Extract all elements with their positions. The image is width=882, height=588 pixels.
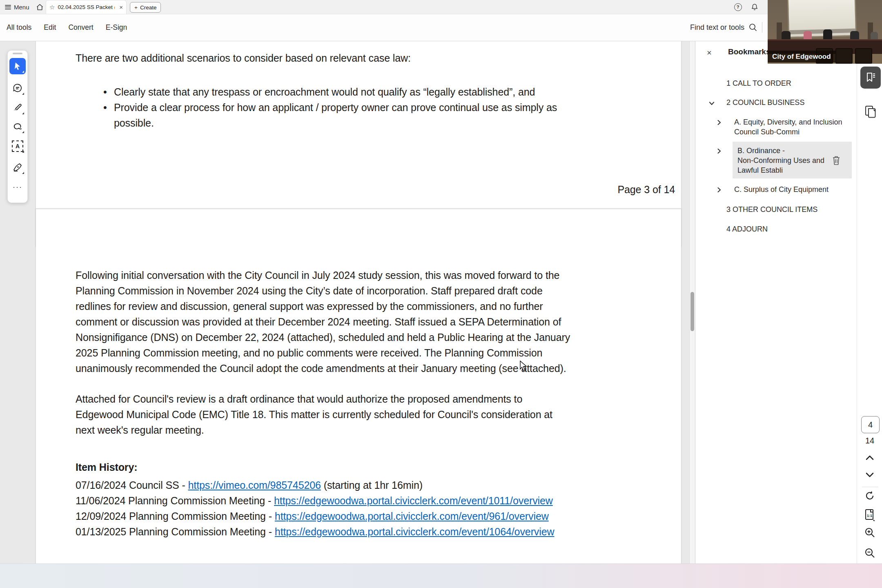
bullet-item: • Clearly state that any trespass or enc… xyxy=(103,84,557,100)
secondary-toolbar: All tools Edit Convert E-Sign Find text … xyxy=(0,14,882,41)
favorite-star-icon[interactable]: ☆ xyxy=(49,4,55,11)
chevron-right-icon[interactable] xyxy=(716,148,722,154)
civicclerk-link-961[interactable]: https://edgewoodwa.portal.civicclerk.com… xyxy=(275,510,549,522)
hamburger-icon xyxy=(5,5,11,9)
projection-screen xyxy=(788,0,855,37)
video-caption: City of Edgewood xyxy=(768,51,835,62)
trash-icon[interactable] xyxy=(831,155,842,166)
item-history-list: 07/16/2024 Council SS - https://vimeo.co… xyxy=(76,477,554,539)
help-icon: ? xyxy=(734,3,742,11)
paragraph-history-summary: Following initial conversation with the … xyxy=(76,267,570,376)
comment-tool-button[interactable] xyxy=(9,80,26,96)
bell-icon xyxy=(751,3,758,11)
right-rail: 14 1:1 xyxy=(857,41,882,564)
help-button[interactable]: ? xyxy=(732,0,744,14)
toolbar-divider xyxy=(762,22,762,33)
bullet-item-continued: possible. xyxy=(103,115,557,131)
home-icon xyxy=(36,3,44,11)
bullet-item: • Provide a clear process for how an app… xyxy=(103,100,557,115)
bookmark-icon xyxy=(864,71,877,84)
create-button[interactable]: + Create xyxy=(130,2,161,13)
paragraph-attached: Attached for Council's review is a draft… xyxy=(76,391,552,438)
page-thumbnails-button[interactable] xyxy=(860,103,881,121)
draw-tool-button[interactable] xyxy=(9,118,26,135)
rotate-page-button[interactable] xyxy=(857,490,882,501)
menu-all-tools[interactable]: All tools xyxy=(7,23,31,32)
highlighter-icon xyxy=(12,102,23,113)
menu-esign[interactable]: E-Sign xyxy=(106,23,127,32)
bookmarks-rail-button[interactable] xyxy=(860,67,881,89)
civicclerk-link-1011[interactable]: https://edgewoodwa.portal.civicclerk.com… xyxy=(274,495,553,506)
person-silhouette xyxy=(823,29,832,40)
search-icon xyxy=(748,23,757,32)
panel-drag-handle[interactable] xyxy=(13,53,22,54)
actual-size-icon: 1:1 xyxy=(864,508,876,521)
fill-sign-pen-icon xyxy=(12,162,23,173)
tab-close-icon[interactable]: × xyxy=(119,4,123,11)
chair xyxy=(855,48,872,64)
zoom-in-button[interactable] xyxy=(857,527,882,538)
vimeo-link[interactable]: https://vimeo.com/985745206 xyxy=(188,479,321,491)
scrollbar-thumb[interactable] xyxy=(690,292,694,331)
notifications-button[interactable] xyxy=(749,0,760,14)
document-workspace: There are two additional scenarios to co… xyxy=(0,41,882,564)
lasso-icon xyxy=(12,122,23,131)
create-label: Create xyxy=(140,4,157,11)
total-pages-label: 14 xyxy=(857,436,882,445)
zoom-in-icon xyxy=(864,527,875,538)
menu-convert[interactable]: Convert xyxy=(68,23,93,32)
history-row: 07/16/2024 Council SS - https://vimeo.co… xyxy=(76,477,554,493)
fill-sign-tool-button[interactable] xyxy=(9,159,26,176)
bookmark-item-adjourn[interactable]: 4 ADJOURN xyxy=(726,224,768,234)
bookmark-item-call-to-order[interactable]: 1 CALL TO ORDER xyxy=(726,78,791,88)
bookmarks-close-icon[interactable]: × xyxy=(707,48,712,58)
chevron-down-icon[interactable] xyxy=(708,100,715,107)
bookmark-item-surplus[interactable]: C. Surplus of City Equipment xyxy=(734,185,829,194)
person-silhouette xyxy=(871,32,878,40)
cursor-arrow-icon xyxy=(13,62,22,71)
previous-page-button[interactable] xyxy=(857,454,882,461)
find-text-button[interactable]: Find text or tools xyxy=(690,14,757,41)
meeting-video-overlay[interactable]: City of Edgewood xyxy=(768,0,882,64)
history-row: 12/09/2024 Planning Commission Meeting -… xyxy=(76,508,554,524)
current-page-input[interactable] xyxy=(861,416,880,433)
more-tools-button[interactable]: ··· xyxy=(9,179,26,195)
bookmark-item-council-business[interactable]: 2 COUNCIL BUSINESS xyxy=(726,98,804,107)
person-silhouette xyxy=(782,31,791,40)
tab-title: 02.04.2025 SS Packet (2... xyxy=(58,4,115,10)
history-row: 11/06/2024 Planning Commission Meeting -… xyxy=(76,493,554,508)
text-select-icon: A xyxy=(12,140,23,152)
menu-edit[interactable]: Edit xyxy=(44,23,56,32)
zoom-out-icon xyxy=(864,547,875,559)
fit-actual-size-button[interactable]: 1:1 xyxy=(857,508,882,521)
select-tool-button[interactable] xyxy=(9,58,26,74)
comment-icon xyxy=(12,83,23,94)
next-page-button[interactable] xyxy=(857,472,882,478)
document-scrollbar[interactable] xyxy=(689,41,695,564)
bookmark-item-equity-diversity[interactable]: A. Equity, Diversity, and Inclusion Coun… xyxy=(734,117,842,137)
text-select-tool-button[interactable]: A xyxy=(9,138,26,154)
titlebar: Menu ☆ 02.04.2025 SS Packet (2... × + Cr… xyxy=(0,0,882,14)
bookmark-item-other-council[interactable]: 3 OTHER COUNCIL ITEMS xyxy=(726,205,817,214)
svg-text:1:1: 1:1 xyxy=(867,514,872,518)
chevron-down-icon xyxy=(865,472,874,478)
plus-icon: + xyxy=(134,4,138,11)
quick-tools-panel: A ··· xyxy=(7,50,28,203)
highlight-tool-button[interactable] xyxy=(9,100,26,116)
find-label: Find text or tools xyxy=(690,23,744,32)
bookmarks-panel: × Bookmarks 1 CALL TO ORDER 2 COUNCIL BU… xyxy=(695,41,857,564)
home-button[interactable] xyxy=(33,0,47,14)
chevron-right-icon[interactable] xyxy=(716,187,722,193)
person-silhouette xyxy=(850,31,859,40)
bookmark-item-ordinance-label[interactable]: B. Ordinance - Non-Conforming Uses and L… xyxy=(737,146,824,175)
mouse-cursor xyxy=(519,361,529,372)
civicclerk-link-1064[interactable]: https://edgewoodwa.portal.civicclerk.com… xyxy=(275,526,555,537)
chevron-right-icon[interactable] xyxy=(716,119,722,126)
pdf-page-4: Following initial conversation with the … xyxy=(36,209,681,564)
item-history-heading: Item History: xyxy=(76,461,138,473)
chevron-up-icon xyxy=(865,454,874,461)
app-menu-button[interactable]: Menu xyxy=(5,0,29,14)
document-tab[interactable]: ☆ 02.04.2025 SS Packet (2... × xyxy=(46,0,127,14)
page-footer: Page 3 of 14 xyxy=(587,184,675,196)
zoom-out-button[interactable] xyxy=(857,547,882,559)
